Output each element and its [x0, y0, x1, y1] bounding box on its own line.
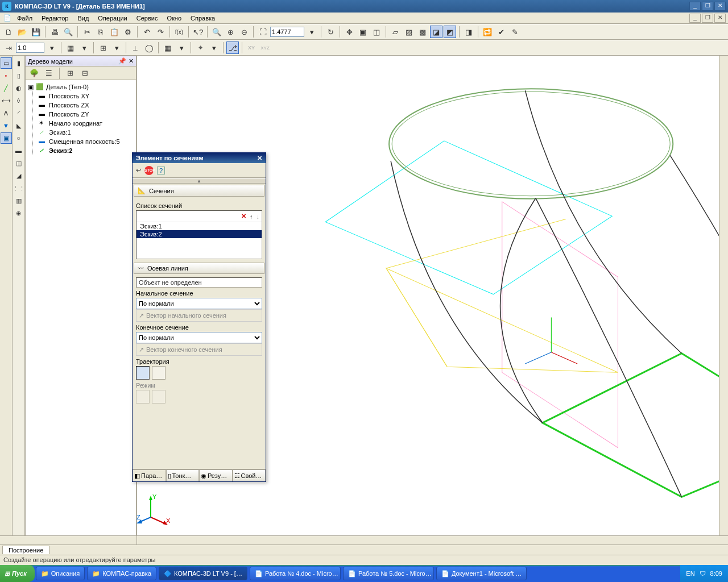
tab-result[interactable]: ◉Резу…: [199, 469, 233, 481]
op-loft[interactable]: ◊: [13, 95, 24, 106]
close-button[interactable]: ✕: [714, 2, 726, 11]
zoom-value-input[interactable]: [270, 27, 304, 37]
copy-button[interactable]: ⎘: [94, 26, 107, 38]
mode-line[interactable]: ╱: [1, 82, 12, 94]
menu-edit[interactable]: Редактор: [37, 14, 73, 23]
op-cut[interactable]: ▯: [13, 70, 24, 81]
model-tree[interactable]: ▣ 🟩 Деталь (Тел-0) ▬Плоскость XY ▬Плоско…: [26, 80, 136, 544]
tree-mode-2[interactable]: ☰: [43, 67, 55, 80]
preview-button[interactable]: 🔍: [62, 26, 75, 38]
taskbar-item[interactable]: 📁КОМПАС-правка: [87, 567, 156, 580]
op-shell[interactable]: ◫: [13, 157, 24, 169]
tree-expand[interactable]: ⊞: [64, 67, 76, 80]
op-fillet[interactable]: ◜: [13, 107, 24, 119]
rebuild-button[interactable]: 🔁: [481, 26, 494, 38]
taskbar-item[interactable]: 📄Работа № 4.doc - Micro…: [250, 567, 341, 580]
step-icon[interactable]: ⇥: [2, 41, 15, 54]
tree-root[interactable]: ▣ 🟩 Деталь (Тел-0): [28, 82, 134, 92]
system-tray[interactable]: EN 🛡 8:09: [680, 565, 728, 582]
grid2-dropdown[interactable]: ▾: [175, 41, 188, 54]
pan-button[interactable]: ✥: [343, 26, 355, 38]
lcs-dropdown[interactable]: ▾: [208, 41, 220, 54]
taskbar-item-active[interactable]: 🔷КОМПАС-3D LT V9 - […: [159, 567, 247, 580]
remove-section-button[interactable]: ✕: [241, 213, 246, 220]
new-button[interactable]: 🗋: [2, 26, 15, 38]
taskbar-item[interactable]: 📄Документ1 - Microsoft …: [436, 567, 527, 580]
scale-dropdown[interactable]: ▾: [46, 41, 58, 54]
op-extrude[interactable]: ▮: [13, 57, 24, 69]
mode-btn-1[interactable]: [136, 390, 150, 404]
op-revolve[interactable]: ◐: [13, 82, 24, 94]
check-button[interactable]: ✔: [495, 26, 507, 38]
orbit-button[interactable]: ↻: [324, 26, 337, 38]
lang-indicator[interactable]: EN: [686, 570, 694, 577]
zoom-dropdown[interactable]: ▾: [305, 26, 318, 38]
snap-dropdown[interactable]: ▾: [110, 41, 123, 54]
viewport-scroll-h[interactable]: [137, 535, 728, 544]
menu-service[interactable]: Сервис: [132, 14, 163, 23]
tree-item[interactable]: ▬Плоскость ZX: [39, 101, 134, 110]
lcs-button[interactable]: ⌖: [194, 41, 206, 54]
scale-input[interactable]: [16, 43, 44, 53]
mdi-minimize[interactable]: _: [689, 14, 701, 23]
round-button[interactable]: ◯: [143, 41, 155, 54]
taskbar-item[interactable]: 📁Описания: [36, 567, 85, 580]
zoom-in-button[interactable]: ⊕: [224, 26, 237, 38]
pin-icon[interactable]: 📌: [118, 57, 126, 65]
mode-3d[interactable]: ▣: [1, 132, 12, 144]
tree-collapse[interactable]: ⊟: [78, 67, 91, 80]
zoom-out-button[interactable]: ⊖: [238, 26, 250, 38]
tab-thin[interactable]: ▯Тонк…: [166, 469, 200, 481]
minimize-button[interactable]: _: [689, 2, 701, 11]
grid-button[interactable]: ▦: [64, 41, 77, 54]
shaded-wire-button[interactable]: ◪: [430, 26, 442, 38]
cut-button[interactable]: ✂: [81, 26, 93, 38]
sections-header[interactable]: 📐 Сечения: [134, 185, 264, 197]
dialog-titlebar[interactable]: Элемент по сечениям ✕: [133, 153, 266, 163]
taskbar-item[interactable]: 📄Работа № 5.doc - Micro…: [343, 567, 434, 580]
mdi-close[interactable]: ✕: [714, 14, 726, 23]
op-mirror[interactable]: ▥: [13, 195, 24, 206]
mode-dim[interactable]: ⟷: [1, 95, 12, 106]
help-icon[interactable]: ?: [157, 167, 165, 174]
tree-item[interactable]: ▬Смещенная плоскость:5: [39, 137, 134, 146]
op-bool[interactable]: ⊕: [13, 207, 24, 219]
menu-view[interactable]: Вид: [73, 14, 93, 23]
section-view-button[interactable]: ◨: [462, 26, 475, 38]
shaded-button[interactable]: ▩: [416, 26, 429, 38]
tree-item[interactable]: ⟋Эскиз:1: [39, 128, 134, 137]
view-iso-button[interactable]: ◫: [370, 26, 383, 38]
snap-button[interactable]: ⊞: [97, 41, 109, 54]
list-item-selected[interactable]: Эскиз:2: [136, 230, 262, 238]
menu-help[interactable]: Справка: [186, 14, 220, 23]
tree-item-active[interactable]: ⟋Эскиз:2: [39, 146, 134, 155]
op-hole[interactable]: ○: [13, 132, 24, 144]
stop-button[interactable]: STOP: [144, 166, 154, 175]
apply-button[interactable]: ↩: [136, 167, 141, 174]
list-item[interactable]: Эскиз:1: [136, 222, 262, 230]
undo-button[interactable]: ↶: [140, 26, 153, 38]
grid-dropdown[interactable]: ▾: [78, 41, 90, 54]
mdi-restore[interactable]: ❐: [702, 14, 713, 23]
zoom-window-button[interactable]: 🔍: [210, 26, 223, 38]
save-button[interactable]: 💾: [30, 26, 42, 38]
coord-xyz-button[interactable]: XYZ: [259, 41, 271, 54]
tree-item[interactable]: ▬Плоскость ZY: [39, 110, 134, 119]
tree-mode-1[interactable]: 🌳: [28, 67, 40, 80]
perspective-button[interactable]: ◩: [444, 26, 456, 38]
menu-file[interactable]: Файл: [13, 14, 37, 23]
move-up-button[interactable]: ↑: [250, 213, 253, 220]
grid2-button[interactable]: ▦: [162, 41, 174, 54]
coord-xy-button[interactable]: XY: [245, 41, 258, 54]
help-arrow-icon[interactable]: ↖?: [192, 26, 204, 38]
maximize-button[interactable]: ❐: [702, 2, 713, 11]
properties-icon[interactable]: ⚙: [122, 26, 134, 38]
print-button[interactable]: 🖶: [48, 26, 61, 38]
op-chamfer[interactable]: ◣: [13, 120, 24, 131]
op-draft[interactable]: ◢: [13, 170, 24, 181]
zoom-fit-button[interactable]: ⛶: [257, 26, 269, 38]
tree-item[interactable]: ✶Начало координат: [39, 119, 134, 128]
menu-operations[interactable]: Операции: [93, 14, 131, 23]
current-lcs-button[interactable]: ⎇: [226, 41, 239, 54]
menu-window[interactable]: Окно: [162, 14, 186, 23]
